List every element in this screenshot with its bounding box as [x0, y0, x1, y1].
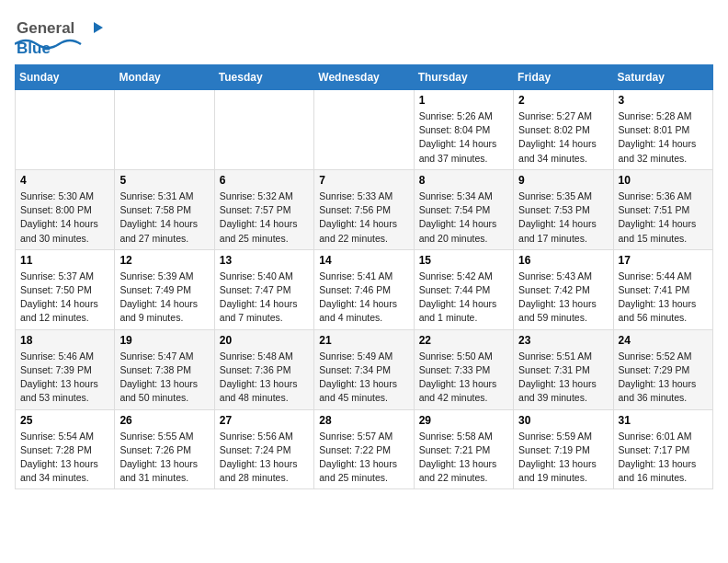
day-number: 1 — [419, 94, 508, 107]
calendar-cell — [115, 90, 214, 170]
day-number: 21 — [319, 334, 408, 347]
calendar-cell: 1Sunrise: 5:26 AM Sunset: 8:04 PM Daylig… — [414, 90, 513, 170]
day-info: Sunrise: 5:52 AM Sunset: 7:29 PM Dayligh… — [619, 350, 708, 406]
day-info: Sunrise: 5:32 AM Sunset: 7:57 PM Dayligh… — [220, 190, 309, 246]
day-info: Sunrise: 5:58 AM Sunset: 7:21 PM Dayligh… — [419, 430, 508, 486]
day-number: 2 — [518, 94, 608, 107]
day-info: Sunrise: 5:46 AM Sunset: 7:39 PM Dayligh… — [20, 350, 109, 406]
day-info: Sunrise: 5:39 AM Sunset: 7:49 PM Dayligh… — [119, 270, 209, 326]
calendar-cell — [214, 90, 313, 170]
weekday-sunday: Sunday — [16, 65, 115, 90]
svg-text:Blue: Blue — [17, 40, 51, 55]
calendar-cell: 20Sunrise: 5:48 AM Sunset: 7:36 PM Dayli… — [214, 329, 313, 409]
day-info: Sunrise: 5:36 AM Sunset: 7:51 PM Dayligh… — [619, 190, 708, 246]
calendar-cell: 8Sunrise: 5:34 AM Sunset: 7:54 PM Daylig… — [414, 169, 513, 249]
day-number: 28 — [319, 414, 408, 427]
day-number: 9 — [518, 174, 608, 187]
calendar-table: SundayMondayTuesdayWednesdayThursdayFrid… — [15, 64, 713, 489]
calendar-cell: 3Sunrise: 5:28 AM Sunset: 8:01 PM Daylig… — [613, 90, 712, 170]
calendar-cell: 23Sunrise: 5:51 AM Sunset: 7:31 PM Dayli… — [514, 329, 613, 409]
day-number: 30 — [518, 414, 608, 427]
day-number: 11 — [20, 254, 109, 267]
day-number: 22 — [419, 334, 508, 347]
day-number: 23 — [518, 334, 608, 347]
calendar-cell: 10Sunrise: 5:36 AM Sunset: 7:51 PM Dayli… — [613, 169, 712, 249]
weekday-friday: Friday — [514, 65, 613, 90]
day-number: 10 — [619, 174, 708, 187]
week-row-5: 25Sunrise: 5:54 AM Sunset: 7:28 PM Dayli… — [16, 409, 713, 489]
day-info: Sunrise: 5:27 AM Sunset: 8:02 PM Dayligh… — [518, 109, 608, 166]
calendar-cell: 2Sunrise: 5:27 AM Sunset: 8:02 PM Daylig… — [514, 90, 613, 170]
day-number: 4 — [20, 174, 109, 187]
day-number: 16 — [518, 254, 608, 267]
calendar-cell — [16, 90, 115, 170]
calendar-cell: 12Sunrise: 5:39 AM Sunset: 7:49 PM Dayli… — [115, 249, 214, 329]
day-number: 27 — [220, 414, 309, 427]
day-info: Sunrise: 5:37 AM Sunset: 7:50 PM Dayligh… — [20, 270, 109, 326]
calendar-cell: 7Sunrise: 5:33 AM Sunset: 7:56 PM Daylig… — [314, 169, 414, 249]
calendar-cell: 26Sunrise: 5:55 AM Sunset: 7:26 PM Dayli… — [115, 409, 214, 489]
day-number: 19 — [119, 334, 209, 347]
week-row-3: 11Sunrise: 5:37 AM Sunset: 7:50 PM Dayli… — [16, 249, 713, 329]
calendar-cell: 14Sunrise: 5:41 AM Sunset: 7:46 PM Dayli… — [314, 249, 414, 329]
day-number: 20 — [220, 334, 309, 347]
weekday-tuesday: Tuesday — [214, 65, 313, 90]
day-number: 5 — [119, 174, 209, 187]
day-info: Sunrise: 5:33 AM Sunset: 7:56 PM Dayligh… — [319, 190, 408, 246]
day-info: Sunrise: 5:28 AM Sunset: 8:01 PM Dayligh… — [619, 109, 708, 166]
day-info: Sunrise: 5:35 AM Sunset: 7:53 PM Dayligh… — [518, 190, 608, 246]
calendar-cell: 19Sunrise: 5:47 AM Sunset: 7:38 PM Dayli… — [115, 329, 214, 409]
calendar-cell: 25Sunrise: 5:54 AM Sunset: 7:28 PM Dayli… — [16, 409, 115, 489]
day-number: 12 — [119, 254, 209, 267]
calendar-cell: 21Sunrise: 5:49 AM Sunset: 7:34 PM Dayli… — [314, 329, 414, 409]
weekday-thursday: Thursday — [414, 65, 513, 90]
week-row-2: 4Sunrise: 5:30 AM Sunset: 8:00 PM Daylig… — [16, 169, 713, 249]
day-info: Sunrise: 5:42 AM Sunset: 7:44 PM Dayligh… — [419, 270, 508, 326]
day-info: Sunrise: 5:54 AM Sunset: 7:28 PM Dayligh… — [20, 430, 109, 486]
calendar-cell: 4Sunrise: 5:30 AM Sunset: 8:00 PM Daylig… — [16, 169, 115, 249]
week-row-1: 1Sunrise: 5:26 AM Sunset: 8:04 PM Daylig… — [16, 90, 713, 170]
day-number: 17 — [619, 254, 708, 267]
day-info: Sunrise: 5:48 AM Sunset: 7:36 PM Dayligh… — [220, 350, 309, 406]
day-number: 3 — [619, 94, 708, 107]
calendar-cell: 28Sunrise: 5:57 AM Sunset: 7:22 PM Dayli… — [314, 409, 414, 489]
day-number: 7 — [319, 174, 408, 187]
weekday-saturday: Saturday — [613, 65, 712, 90]
logo-svg: General Blue — [15, 15, 116, 55]
week-row-4: 18Sunrise: 5:46 AM Sunset: 7:39 PM Dayli… — [16, 329, 713, 409]
calendar-cell: 16Sunrise: 5:43 AM Sunset: 7:42 PM Dayli… — [514, 249, 613, 329]
day-number: 24 — [619, 334, 708, 347]
day-info: Sunrise: 5:49 AM Sunset: 7:34 PM Dayligh… — [319, 350, 408, 406]
svg-marker-1 — [94, 22, 103, 33]
svg-text:General: General — [17, 19, 74, 37]
calendar-cell: 18Sunrise: 5:46 AM Sunset: 7:39 PM Dayli… — [16, 329, 115, 409]
calendar-cell: 27Sunrise: 5:56 AM Sunset: 7:24 PM Dayli… — [214, 409, 313, 489]
day-info: Sunrise: 5:43 AM Sunset: 7:42 PM Dayligh… — [518, 270, 608, 326]
calendar-cell — [314, 90, 414, 170]
calendar-cell: 24Sunrise: 5:52 AM Sunset: 7:29 PM Dayli… — [613, 329, 712, 409]
weekday-wednesday: Wednesday — [314, 65, 414, 90]
day-number: 25 — [20, 414, 109, 427]
calendar-cell: 11Sunrise: 5:37 AM Sunset: 7:50 PM Dayli… — [16, 249, 115, 329]
day-number: 13 — [220, 254, 309, 267]
day-info: Sunrise: 5:59 AM Sunset: 7:19 PM Dayligh… — [518, 430, 608, 486]
day-number: 29 — [419, 414, 508, 427]
day-number: 18 — [20, 334, 109, 347]
day-info: Sunrise: 6:01 AM Sunset: 7:17 PM Dayligh… — [619, 430, 708, 486]
calendar-cell: 9Sunrise: 5:35 AM Sunset: 7:53 PM Daylig… — [514, 169, 613, 249]
day-info: Sunrise: 5:51 AM Sunset: 7:31 PM Dayligh… — [518, 350, 608, 406]
calendar-cell: 6Sunrise: 5:32 AM Sunset: 7:57 PM Daylig… — [214, 169, 313, 249]
day-info: Sunrise: 5:56 AM Sunset: 7:24 PM Dayligh… — [220, 430, 309, 486]
calendar-cell: 30Sunrise: 5:59 AM Sunset: 7:19 PM Dayli… — [514, 409, 613, 489]
day-info: Sunrise: 5:47 AM Sunset: 7:38 PM Dayligh… — [119, 350, 209, 406]
day-info: Sunrise: 5:40 AM Sunset: 7:47 PM Dayligh… — [220, 270, 309, 326]
page-header: General Blue — [15, 15, 713, 55]
calendar-cell: 22Sunrise: 5:50 AM Sunset: 7:33 PM Dayli… — [414, 329, 513, 409]
calendar-cell: 15Sunrise: 5:42 AM Sunset: 7:44 PM Dayli… — [414, 249, 513, 329]
day-number: 15 — [419, 254, 508, 267]
day-info: Sunrise: 5:26 AM Sunset: 8:04 PM Dayligh… — [419, 109, 508, 166]
day-info: Sunrise: 5:34 AM Sunset: 7:54 PM Dayligh… — [419, 190, 508, 246]
day-number: 26 — [119, 414, 209, 427]
day-number: 14 — [319, 254, 408, 267]
calendar-cell: 29Sunrise: 5:58 AM Sunset: 7:21 PM Dayli… — [414, 409, 513, 489]
